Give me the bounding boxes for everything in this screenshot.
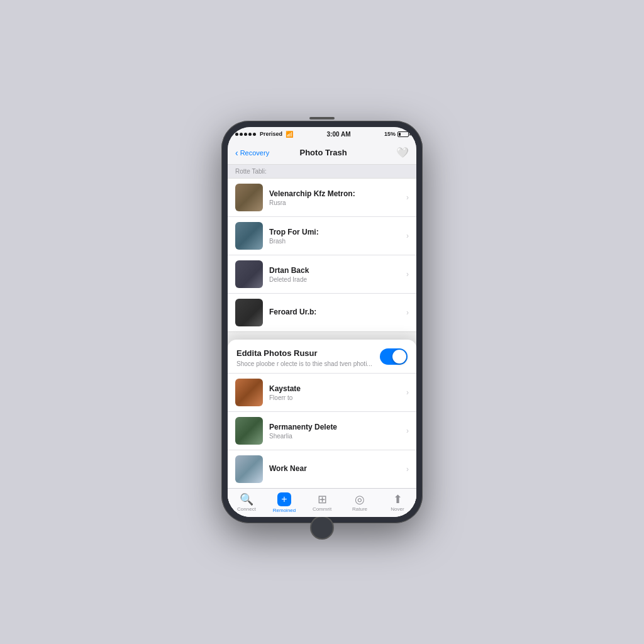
sheet-list-item[interactable]: Work Near ›: [228, 450, 416, 488]
list-text-0: Velenarchip Kfz Metron: Rusra: [269, 189, 406, 206]
toggle-row: Eddita Photos Rusur Shoce ploobe r olect…: [228, 340, 416, 374]
sheet-list-text-2: Work Near: [269, 464, 406, 474]
sheet-list-text-0: Kaystate Floerr to: [269, 384, 406, 401]
sheet-chevron-icon-0: ›: [406, 388, 409, 397]
bottom-sheet: Eddita Photos Rusur Shoce ploobe r olect…: [228, 340, 416, 517]
sheet-thumbnail-2: [235, 455, 263, 483]
home-button[interactable]: [310, 516, 334, 540]
chevron-icon-1: ›: [406, 231, 409, 240]
signal-dot-1: [235, 133, 238, 136]
list-item[interactable]: Drtan Back Deleted Irade ›: [228, 255, 416, 294]
carrier-label: Prerised: [260, 131, 282, 137]
tab-nover-label: Nover: [391, 506, 404, 512]
tab-commrit-label: Commrit: [313, 506, 331, 512]
toggle-text: Eddita Photos Rusur Shoce ploobe r olect…: [236, 348, 374, 368]
status-left: Prerised 📶: [235, 131, 293, 138]
list-title-3: Feroard Ur.b:: [269, 308, 406, 316]
signal-dot-3: [244, 133, 247, 136]
main-list: Velenarchip Kfz Metron: Rusra › Trop For…: [228, 178, 416, 332]
sheet-list-title-0: Kaystate: [269, 384, 406, 393]
status-bar: Prerised 📶 3:00 AM 15%: [228, 127, 416, 141]
battery-icon: [397, 131, 409, 137]
wifi-icon: 📶: [286, 131, 293, 138]
sheet-thumbnail-1: [235, 417, 263, 445]
circle-icon: ◎: [355, 494, 365, 505]
sheet-list-title-2: Work Near: [269, 464, 406, 473]
speaker: [309, 117, 335, 119]
list-item[interactable]: Trop For Umi: Brash ›: [228, 217, 416, 255]
sheet-chevron-icon-1: ›: [406, 426, 409, 435]
list-text-3: Feroard Ur.b:: [269, 308, 406, 318]
grid-icon: ⊞: [318, 494, 327, 505]
thumbnail-3: [235, 299, 263, 326]
tab-bar: 🔍 Connect + Remoined ⊞ Commrit ◎ Rature: [228, 488, 416, 517]
chevron-icon-0: ›: [406, 193, 409, 202]
signal-dot-4: [248, 133, 252, 136]
sheet-list-subtitle-1: Shearlia: [269, 433, 406, 440]
list-subtitle-1: Brash: [269, 238, 406, 245]
signal-dot-2: [240, 133, 243, 136]
toggle-subtitle: Shoce ploobe r olecte is to thie shad tv…: [236, 360, 374, 368]
chevron-icon-2: ›: [406, 270, 409, 279]
status-right: 15%: [384, 131, 409, 137]
nav-title: Photo Trash: [250, 148, 396, 157]
tab-remoined[interactable]: + Remoined: [265, 489, 303, 517]
list-item[interactable]: Feroard Ur.b: ›: [228, 294, 416, 331]
phone-device: Prerised 📶 3:00 AM 15% ‹ Recovery Photo …: [221, 121, 423, 523]
section-header: Rotte Tabli:: [228, 165, 416, 178]
thumbnail-2: [235, 260, 263, 288]
sheet-chevron-icon-2: ›: [406, 465, 409, 474]
sheet-list: Kaystate Floerr to › Permanenty Delete S…: [228, 374, 416, 488]
signal-dot-5: [253, 133, 256, 136]
back-chevron-icon: ‹: [235, 148, 238, 157]
content-area: Rotte Tabli: Velenarchip Kfz Metron: Rus…: [228, 165, 416, 517]
list-title-1: Trop For Umi:: [269, 228, 406, 236]
battery-percent: 15%: [384, 131, 396, 137]
sheet-list-text-1: Permanenty Delete Shearlia: [269, 423, 406, 440]
tab-nover[interactable]: ⬆ Nover: [379, 489, 416, 517]
list-subtitle-2: Deleted Irade: [269, 276, 406, 283]
sheet-thumbnail-0: [235, 379, 263, 406]
chevron-icon-3: ›: [406, 308, 409, 317]
list-title-2: Drtan Back: [269, 266, 406, 275]
thumbnail-0: [235, 184, 263, 211]
thumbnail-1: [235, 222, 263, 250]
phone-screen: Prerised 📶 3:00 AM 15% ‹ Recovery Photo …: [228, 127, 416, 517]
tab-connect-label: Connect: [237, 506, 256, 512]
search-icon: 🔍: [240, 494, 253, 505]
tab-rature[interactable]: ◎ Rature: [341, 489, 379, 517]
sheet-list-item[interactable]: Kaystate Floerr to ›: [228, 374, 416, 412]
toggle-switch[interactable]: [380, 348, 408, 365]
tab-rature-label: Rature: [352, 506, 367, 512]
navigation-bar: ‹ Recovery Photo Trash 🤍: [228, 141, 416, 165]
battery-fill: [399, 133, 401, 136]
tab-commrit[interactable]: ⊞ Commrit: [303, 489, 341, 517]
sheet-list-subtitle-0: Floerr to: [269, 394, 406, 401]
list-subtitle-0: Rusra: [269, 199, 406, 206]
list-item[interactable]: Velenarchip Kfz Metron: Rusra ›: [228, 179, 416, 217]
signal-dots: [235, 133, 256, 136]
toggle-knob: [392, 350, 406, 364]
status-time: 3:00 AM: [327, 131, 351, 138]
list-text-1: Trop For Umi: Brash: [269, 228, 406, 245]
sheet-list-title-1: Permanenty Delete: [269, 423, 406, 431]
list-title-0: Velenarchip Kfz Metron:: [269, 189, 406, 198]
toggle-title: Eddita Photos Rusur: [236, 348, 374, 358]
tab-remoined-label: Remoined: [273, 508, 296, 513]
upload-icon: ⬆: [393, 494, 402, 505]
sheet-list-item[interactable]: Permanenty Delete Shearlia ›: [228, 412, 416, 450]
nav-action-button[interactable]: 🤍: [396, 147, 409, 158]
list-text-2: Drtan Back Deleted Irade: [269, 266, 406, 283]
tab-connect[interactable]: 🔍 Connect: [228, 489, 265, 517]
add-icon: +: [277, 492, 291, 506]
